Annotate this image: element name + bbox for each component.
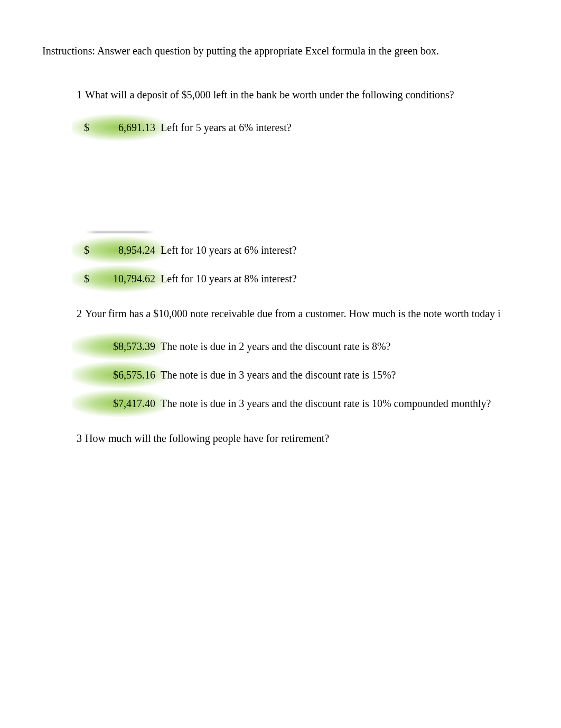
dollar-sign: $	[84, 273, 92, 285]
q1-answer-1: $ 6,691.13 Left for 5 years at 6% intere…	[82, 119, 561, 135]
amount-value: 6,691.13	[92, 122, 155, 134]
green-box-q1a1[interactable]: $ 6,691.13	[82, 120, 157, 135]
question-3: 3 How much will the following people hav…	[74, 432, 561, 445]
q1a1-desc: Left for 5 years at 6% interest?	[161, 122, 292, 134]
question-2: 2 Your firm has a $10,000 note receivabl…	[74, 308, 561, 411]
q1-answer-2: $ 8,954.24 Left for 10 years at 6% inter…	[82, 242, 561, 258]
dollar-sign: $	[84, 122, 92, 134]
amount-value: $7,417.40	[84, 398, 155, 410]
q2-number: 2	[74, 308, 82, 320]
amount-value: $6,575.16	[84, 369, 155, 381]
separator-line	[86, 232, 154, 233]
green-box-q1a3[interactable]: $ 10,794.62	[82, 271, 157, 286]
question-1: 1 What will a deposit of $5,000 left in …	[74, 89, 561, 287]
q1-number: 1	[74, 89, 82, 101]
q3-text: How much will the following people have …	[85, 432, 329, 445]
q2-answer-1: $8,573.39 The note is due in 2 years and…	[82, 338, 561, 354]
amount-value: $8,573.39	[84, 340, 155, 353]
q2-header: 2 Your firm has a $10,000 note receivabl…	[74, 308, 561, 320]
q2-text: Your firm has a $10,000 note receivable …	[85, 308, 501, 320]
q2a1-desc: The note is due in 2 years and the disco…	[161, 340, 390, 353]
amount-value: 8,954.24	[92, 244, 155, 256]
q2a3-desc: The note is due in 3 years and the disco…	[161, 398, 491, 410]
amount-value: 10,794.62	[92, 273, 155, 285]
green-box-q2a2[interactable]: $6,575.16	[82, 367, 157, 382]
q1-header: 1 What will a deposit of $5,000 left in …	[74, 89, 561, 101]
green-box-q2a1[interactable]: $8,573.39	[82, 339, 157, 354]
instructions-text: Instructions: Answer each question by pu…	[42, 45, 561, 57]
green-box-q1a2[interactable]: $ 8,954.24	[82, 243, 157, 257]
q2a2-desc: The note is due in 3 years and the disco…	[161, 369, 396, 381]
q3-header: 3 How much will the following people hav…	[74, 432, 561, 445]
q1-answer-3: $ 10,794.62 Left for 10 years at 8% inte…	[82, 271, 561, 287]
q2-answer-3: $7,417.40 The note is due in 3 years and…	[82, 395, 561, 411]
q2-answer-2: $6,575.16 The note is due in 3 years and…	[82, 367, 561, 383]
dollar-sign: $	[84, 244, 92, 256]
green-box-q2a3[interactable]: $7,417.40	[82, 396, 157, 411]
q1a2-desc: Left for 10 years at 6% interest?	[161, 244, 297, 256]
q1a3-desc: Left for 10 years at 8% interest?	[161, 273, 297, 285]
q3-number: 3	[74, 432, 82, 445]
q1-text: What will a deposit of $5,000 left in th…	[85, 89, 454, 101]
